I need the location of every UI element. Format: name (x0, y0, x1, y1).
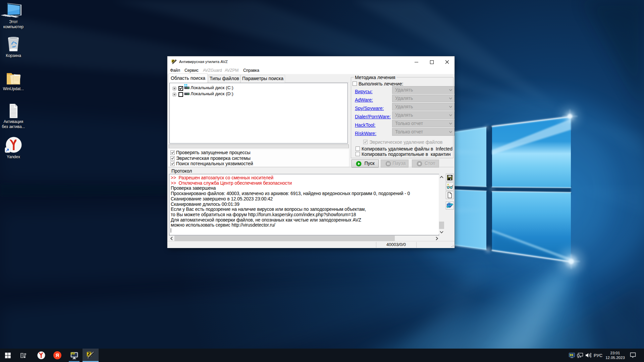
svg-text:99: 99 (570, 354, 573, 357)
svg-text:Я: Я (56, 353, 59, 358)
svg-text:99: 99 (70, 352, 75, 356)
